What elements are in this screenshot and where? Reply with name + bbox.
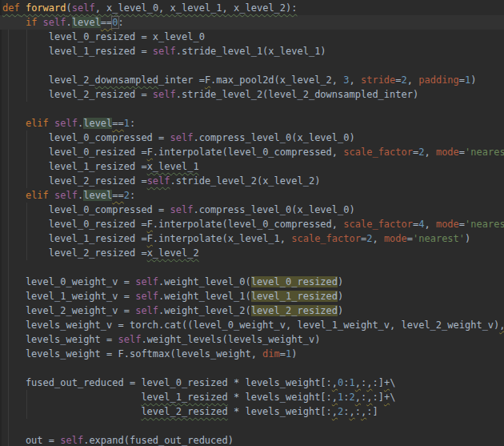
code-token: ) [338, 276, 343, 287]
code-line-5[interactable] [0, 58, 504, 73]
code-token: ) [470, 74, 476, 86]
code-line-21[interactable]: level_1_weight_v = self.weight_level_1(l… [0, 289, 504, 303]
code-line-27[interactable]: fused_out_reduced = level_0_resized * le… [0, 376, 504, 390]
code-token: 'nearest' [465, 147, 504, 158]
code-token: .max_pool2d(x_level_2, [210, 74, 343, 86]
code-line-2[interactable]: if self.level==0: [0, 15, 504, 30]
code-line-29[interactable]: level_2_resized * levels_weight[:,2:,:,:… [0, 404, 504, 419]
code-token: mode [384, 233, 407, 244]
code-token: , [407, 74, 418, 86]
code-token: level_1_resized = [2, 46, 153, 57]
code-token: level_1_weight_v = [2, 291, 135, 302]
code-token: level_0_resized [251, 276, 338, 287]
code-line-17[interactable]: level_1_resized =F.interpolate(x_level_1… [0, 231, 504, 246]
code-token: :] [372, 392, 383, 403]
code-token: level_0_resized = [2, 147, 147, 158]
code-token: self [43, 17, 66, 28]
code-line-4[interactable]: level_1_resized = self.stride_level_1(x_… [0, 44, 504, 58]
code-token: , [355, 377, 361, 388]
code-line-11[interactable]: level_0_resized =F.interpolate(level_0_c… [0, 145, 504, 159]
code-token: levels_weight = [2, 334, 118, 345]
code-line-1[interactable]: def forward(self, x_level_0, x_level_1, … [0, 1, 504, 15]
code-line-16[interactable]: level_0_resized =F.interpolate(level_0_c… [0, 217, 504, 231]
code-line-15[interactable]: level_0_compressed = self.compress_level… [0, 203, 504, 217]
code-token: .compress_level_0(x_level_0) [193, 132, 354, 143]
code-token: F [147, 233, 153, 244]
code-token: level_0_compressed = [2, 204, 170, 215]
code-token: , [424, 219, 435, 230]
code-token: level_0_resized = [2, 219, 147, 230]
code-token: .expand(fused_out_reduced) [83, 435, 234, 446]
code-line-8[interactable] [0, 102, 504, 116]
code-token: :] [372, 377, 383, 388]
code-token [2, 17, 26, 28]
code-token: scale_factor [291, 233, 361, 244]
code-token: 1 [350, 377, 355, 388]
code-token [20, 2, 26, 14]
code-line-6[interactable]: level_2_downsampled_inter =F.max_pool2d(… [0, 73, 504, 87]
code-line-23[interactable]: levels_weight_v = torch.cat((level_0_wei… [0, 318, 504, 332]
code-line-7[interactable]: level_2_resized = self.stride_level_2(le… [0, 87, 504, 102]
code-token: forward [26, 2, 66, 14]
code-token: stride [361, 74, 395, 86]
code-line-24[interactable]: levels_weight = self.weight_levels(level… [0, 332, 504, 347]
code-token: , [332, 392, 338, 403]
code-token: x_level_2 [147, 247, 199, 259]
code-line-3[interactable]: level_0_resized = x_level_0 [0, 30, 504, 44]
code-token: scale_factor [343, 219, 413, 230]
code-editor[interactable]: def forward(self, x_level_0, x_level_1, … [0, 0, 504, 446]
code-token: elif [26, 118, 49, 129]
code-token [49, 190, 54, 201]
code-token [2, 118, 26, 129]
code-token: self [147, 175, 170, 187]
code-token: , [372, 233, 383, 244]
code-line-26[interactable] [0, 361, 504, 376]
code-line-19[interactable] [0, 260, 504, 275]
code-line-31[interactable]: out = self.expand(fused_out_reduced) [0, 433, 504, 446]
code-line-12[interactable]: level_1_resized =x_level_1 [0, 159, 504, 174]
code-token: = [395, 74, 401, 86]
code-line-22[interactable]: level_2_weight_v = self.weight_level_2(l… [0, 303, 504, 318]
code-token: 3 [343, 74, 349, 86]
code-token [37, 17, 42, 28]
code-line-25[interactable]: levels_weight = F.softmax(levels_weight,… [0, 347, 504, 361]
code-token: .weight_level_0( [158, 276, 251, 287]
code-token: levels_weight = F.softmax(levels_weight, [2, 348, 262, 360]
code-token: = [459, 219, 465, 230]
code-token: == [101, 17, 112, 28]
code-token: downsampled [95, 74, 158, 86]
code-line-10[interactable]: level_0_compressed = self.compress_level… [0, 131, 504, 145]
code-line-18[interactable]: level_2_resized =x_level_2 [0, 246, 504, 260]
code-token: 0 [112, 17, 118, 28]
code-line-13[interactable]: level_2_resized =self.stride_level_2(x_l… [0, 174, 504, 188]
code-token: self [60, 435, 83, 446]
code-line-9[interactable]: elif self.level==1: [0, 116, 504, 131]
code-token: ( [66, 2, 72, 14]
code-token: self [54, 118, 78, 129]
code-line-20[interactable]: level_0_weight_v = self.weight_level_0(l… [0, 275, 504, 289]
code-token: _inter = [158, 74, 205, 86]
code-token: level_0_compressed = [2, 132, 170, 143]
code-token: 1 [124, 118, 130, 129]
code-token: = [459, 74, 465, 86]
code-line-30[interactable] [0, 419, 504, 433]
code-area[interactable]: def forward(self, x_level_0, x_level_1, … [0, 0, 504, 446]
code-token: self [153, 89, 176, 100]
code-line-14[interactable]: elif self.level==2: [0, 188, 504, 203]
code-token: ) [338, 305, 343, 316]
code-token: self [135, 305, 158, 316]
code-token: : [343, 392, 349, 403]
code-token: dim [262, 348, 280, 360]
code-token: .compress_level_0(x_level_0) [193, 204, 354, 215]
code-token: elif [26, 190, 49, 201]
code-line-28[interactable]: level_1_resized * levels_weight[:,1:2,:,… [0, 390, 504, 404]
code-token: .interpolate(x_level_1, [153, 233, 291, 244]
code-token: level_1_resized [141, 392, 227, 403]
code-token: level [83, 118, 112, 129]
code-token: , [332, 406, 338, 417]
code-token [2, 392, 141, 403]
code-token: : [355, 406, 361, 417]
code-token: level_2_ [2, 74, 95, 86]
code-token: if [26, 17, 37, 28]
code-token: .weight_levels(levels_weight_v) [141, 334, 320, 345]
